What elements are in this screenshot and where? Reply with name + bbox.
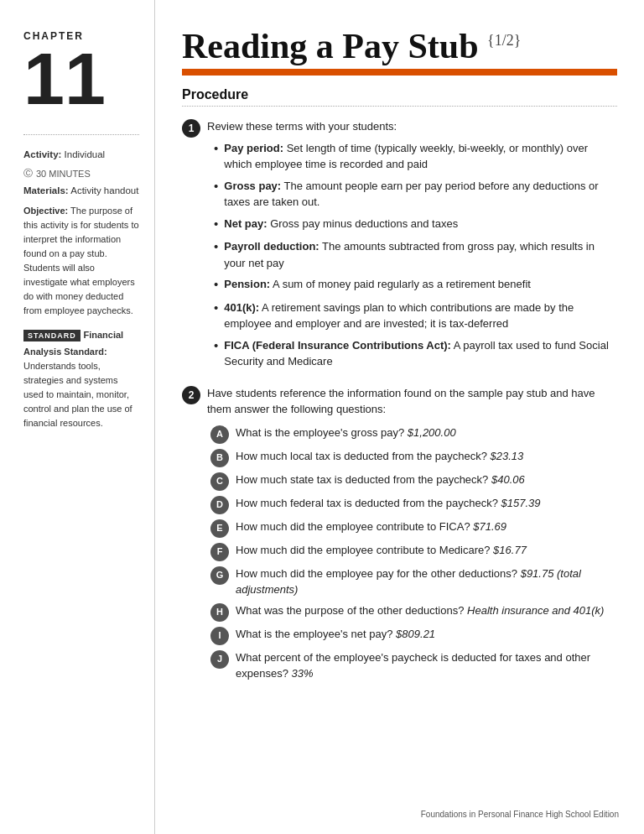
question-c: C How much state tax is deducted from th… <box>210 472 617 491</box>
term-net-pay-text: Net pay: Gross pay minus deductions and … <box>224 216 458 232</box>
main-content: Reading a Pay Stub {1/2} Procedure 1 Rev… <box>155 0 644 834</box>
sidebar-activity: Activity: Individual <box>23 147 139 162</box>
question-a-letter: A <box>210 425 229 444</box>
standard-description: Understands tools, strategies and system… <box>23 361 132 428</box>
term-pension: Pension: A sum of money paid regularly a… <box>214 276 617 295</box>
step-1: 1 Review these terms with your students:… <box>182 118 617 375</box>
answer-a: $1,200.00 <box>408 426 456 439</box>
orange-bar <box>182 69 617 76</box>
activity-value: Individual <box>65 149 106 159</box>
answer-b: $23.13 <box>490 450 523 462</box>
step-2: 2 Have students reference the informatio… <box>182 385 617 686</box>
question-i: I What is the employee's net pay? $809.2… <box>210 626 617 645</box>
answer-e: $71.69 <box>473 520 506 533</box>
question-g-text: How much did the employee pay for the ot… <box>236 566 617 598</box>
question-d-letter: D <box>210 496 229 514</box>
question-d-text: How much federal tax is deducted from th… <box>236 495 617 512</box>
term-gross-pay-text: Gross pay: The amount people earn per pa… <box>224 178 617 211</box>
term-gross-pay: Gross pay: The amount people earn per pa… <box>214 178 617 211</box>
answer-f: $16.77 <box>493 544 527 556</box>
term-net-pay: Net pay: Gross pay minus deductions and … <box>214 216 617 234</box>
term-fica: FICA (Federal Insurance Contributions Ac… <box>214 337 617 370</box>
question-j-letter: J <box>210 650 229 669</box>
question-f-letter: F <box>210 543 229 561</box>
footer: Foundations in Personal Finance High Sch… <box>421 810 619 819</box>
answer-c: $40.06 <box>491 473 525 486</box>
clock-icon: Ⓒ <box>23 167 33 180</box>
question-i-letter: I <box>210 627 229 645</box>
term-pay-period-text: Pay period: Set length of time (typicall… <box>224 140 617 173</box>
question-j: J What percent of the employee's paychec… <box>210 649 617 682</box>
question-g: G How much did the employee pay for the … <box>210 566 617 598</box>
sub-questions: A What is the employee's gross pay? $1,2… <box>210 425 617 682</box>
step-1-content: Review these terms with your students: P… <box>207 118 617 375</box>
step-1-intro: Review these terms with your students: <box>207 120 397 133</box>
question-g-letter: G <box>210 566 229 585</box>
term-pay-period: Pay period: Set length of time (typicall… <box>214 140 617 173</box>
step-2-intro: Have students reference the information … <box>207 387 595 416</box>
question-e: E How much did the employee contribute t… <box>210 519 617 538</box>
question-a: A What is the employee's gross pay? $1,2… <box>210 425 617 444</box>
question-b-text: How much local tax is deducted from the … <box>236 448 617 465</box>
sidebar-divider <box>23 134 139 135</box>
answer-h: Health insurance and 401(k) <box>467 604 604 617</box>
question-h-text: What was the purpose of the other deduct… <box>236 602 617 619</box>
question-c-letter: C <box>210 472 229 491</box>
standard-block: STANDARD Financial Analysis Standard: Un… <box>23 328 139 430</box>
question-h: H What was the purpose of the other dedu… <box>210 602 617 622</box>
sidebar-objective: Objective: The purpose of this activity … <box>23 204 139 318</box>
objective-text: The purpose of this activity is for stud… <box>23 206 139 315</box>
time-value: 30 MINUTES <box>36 169 91 179</box>
materials-value: Activity handout <box>70 185 138 195</box>
terms-list: Pay period: Set length of time (typicall… <box>214 140 617 370</box>
sidebar-materials: Materials: Activity handout <box>23 183 139 198</box>
term-pension-text: Pension: A sum of money paid regularly a… <box>224 276 531 293</box>
question-d: D How much federal tax is deducted from … <box>210 495 617 514</box>
question-e-letter: E <box>210 519 229 538</box>
question-j-text: What percent of the employee's paycheck … <box>236 649 617 682</box>
page: CHAPTER 11 Activity: Individual Ⓒ 30 MIN… <box>0 0 644 834</box>
standard-badge: STANDARD <box>23 330 80 341</box>
question-b-letter: B <box>210 449 229 467</box>
page-title-text: Reading a Pay Stub <box>182 27 479 65</box>
answer-j: 33% <box>292 667 314 680</box>
step-2-content: Have students reference the information … <box>207 385 617 686</box>
answer-g: $91.75 (total adjustments) <box>236 567 581 597</box>
chapter-number: 11 <box>23 42 139 116</box>
sidebar: CHAPTER 11 Activity: Individual Ⓒ 30 MIN… <box>0 0 155 834</box>
step-2-number: 2 <box>182 386 200 404</box>
question-f-text: How much did the employee contribute to … <box>236 542 617 559</box>
question-a-text: What is the employee's gross pay? $1,200… <box>236 425 617 441</box>
section-header: Procedure <box>182 87 617 107</box>
page-title-fraction: {1/2} <box>487 32 521 49</box>
term-payroll-deduction: Payroll deduction: The amounts subtracte… <box>214 238 617 271</box>
sidebar-time: Ⓒ 30 MINUTES <box>23 167 139 180</box>
term-fica-text: FICA (Federal Insurance Contributions Ac… <box>224 337 617 370</box>
objective-label: Objective: <box>23 206 68 216</box>
question-h-letter: H <box>210 603 229 622</box>
term-401k: 401(k): A retirement savings plan to whi… <box>214 300 617 332</box>
term-401k-text: 401(k): A retirement savings plan to whi… <box>224 300 617 332</box>
answer-d: $157.39 <box>501 497 541 509</box>
standard-text: Financial Analysis Standard: Understands… <box>23 330 132 428</box>
page-title: Reading a Pay Stub {1/2} <box>182 27 617 65</box>
question-b: B How much local tax is deducted from th… <box>210 448 617 467</box>
step-1-number: 1 <box>182 119 200 138</box>
answer-i: $809.21 <box>396 628 435 640</box>
question-e-text: How much did the employee contribute to … <box>236 519 617 535</box>
materials-label: Materials: <box>23 185 69 195</box>
term-payroll-deduction-text: Payroll deduction: The amounts subtracte… <box>224 238 617 271</box>
question-c-text: How much state tax is deducted from the … <box>236 472 617 488</box>
question-f: F How much did the employee contribute t… <box>210 542 617 561</box>
question-i-text: What is the employee's net pay? $809.21 <box>236 626 617 643</box>
activity-label: Activity: <box>23 149 61 159</box>
